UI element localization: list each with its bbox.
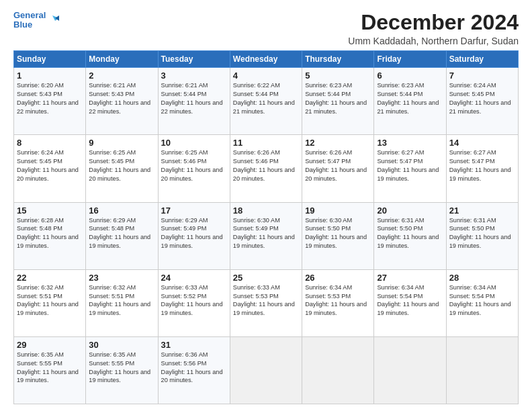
day-number: 4	[233, 71, 299, 81]
day-number: 24	[161, 273, 227, 283]
col-thursday: Thursday	[302, 51, 374, 68]
day-info: Sunrise: 6:22 AMSunset: 5:44 PMDaylight:…	[233, 81, 299, 116]
col-saturday: Saturday	[446, 51, 518, 68]
table-row: 23 Sunrise: 6:32 AMSunset: 5:51 PMDaylig…	[86, 269, 158, 336]
day-info: Sunrise: 6:35 AMSunset: 5:55 PMDaylight:…	[17, 351, 83, 385]
day-info: Sunrise: 6:32 AMSunset: 5:51 PMDaylight:…	[17, 283, 83, 318]
day-number: 13	[377, 138, 443, 148]
table-row: 7 Sunrise: 6:24 AMSunset: 5:45 PMDayligh…	[446, 68, 518, 135]
table-row: 18 Sunrise: 6:30 AMSunset: 5:49 PMDaylig…	[230, 202, 302, 269]
day-info: Sunrise: 6:32 AMSunset: 5:51 PMDaylight:…	[89, 283, 154, 318]
day-number: 27	[377, 273, 443, 283]
day-number: 19	[305, 205, 371, 216]
day-info: Sunrise: 6:31 AMSunset: 5:50 PMDaylight:…	[377, 216, 443, 251]
day-number: 11	[233, 138, 299, 148]
calendar-week-row: 15 Sunrise: 6:28 AMSunset: 5:48 PMDaylig…	[14, 202, 519, 269]
calendar-header-row: Sunday Monday Tuesday Wednesday Thursday…	[14, 51, 519, 68]
day-number: 1	[17, 71, 83, 81]
table-row: 13 Sunrise: 6:27 AMSunset: 5:47 PMDaylig…	[374, 135, 446, 202]
day-number: 18	[233, 205, 299, 216]
table-row: 25 Sunrise: 6:33 AMSunset: 5:53 PMDaylig…	[230, 269, 302, 336]
table-row: 12 Sunrise: 6:26 AMSunset: 5:47 PMDaylig…	[302, 135, 374, 202]
day-number: 15	[17, 205, 83, 216]
day-number: 17	[161, 205, 227, 216]
day-number: 28	[449, 273, 515, 283]
day-info: Sunrise: 6:26 AMSunset: 5:46 PMDaylight:…	[233, 148, 299, 183]
calendar-week-row: 8 Sunrise: 6:24 AMSunset: 5:45 PMDayligh…	[14, 135, 519, 202]
day-info: Sunrise: 6:25 AMSunset: 5:46 PMDaylight:…	[161, 148, 227, 183]
day-info: Sunrise: 6:30 AMSunset: 5:50 PMDaylight:…	[305, 216, 371, 251]
table-row: 2 Sunrise: 6:21 AMSunset: 5:43 PMDayligh…	[86, 68, 158, 135]
day-info: Sunrise: 6:27 AMSunset: 5:47 PMDaylight:…	[377, 148, 443, 183]
day-number: 21	[449, 205, 515, 216]
table-row: 27 Sunrise: 6:34 AMSunset: 5:54 PMDaylig…	[374, 269, 446, 336]
day-number: 5	[305, 71, 371, 81]
day-info: Sunrise: 6:34 AMSunset: 5:54 PMDaylight:…	[377, 283, 443, 318]
logo-blue: Blue	[13, 20, 46, 30]
day-info: Sunrise: 6:34 AMSunset: 5:54 PMDaylight:…	[449, 283, 515, 318]
day-info: Sunrise: 6:27 AMSunset: 5:47 PMDaylight:…	[449, 148, 515, 183]
table-row: 24 Sunrise: 6:33 AMSunset: 5:52 PMDaylig…	[158, 269, 230, 336]
col-tuesday: Tuesday	[158, 51, 230, 68]
main-title: December 2024	[348, 11, 519, 34]
day-number: 14	[449, 138, 515, 148]
table-row: 22 Sunrise: 6:32 AMSunset: 5:51 PMDaylig…	[14, 269, 86, 336]
table-row: 20 Sunrise: 6:31 AMSunset: 5:50 PMDaylig…	[374, 202, 446, 269]
day-number: 3	[161, 71, 227, 81]
day-info: Sunrise: 6:28 AMSunset: 5:48 PMDaylight:…	[17, 216, 83, 251]
day-info: Sunrise: 6:23 AMSunset: 5:44 PMDaylight:…	[305, 81, 371, 116]
table-row: 21 Sunrise: 6:31 AMSunset: 5:50 PMDaylig…	[446, 202, 518, 269]
table-row: 26 Sunrise: 6:34 AMSunset: 5:53 PMDaylig…	[302, 269, 374, 336]
logo-bird-icon	[47, 14, 59, 26]
col-friday: Friday	[374, 51, 446, 68]
day-info: Sunrise: 6:34 AMSunset: 5:53 PMDaylight:…	[305, 283, 371, 318]
day-number: 26	[305, 273, 371, 283]
page: General Blue December 2024 Umm Kaddadah,…	[0, 0, 532, 411]
day-number: 22	[17, 273, 83, 283]
day-info: Sunrise: 6:24 AMSunset: 5:45 PMDaylight:…	[449, 81, 515, 116]
day-info: Sunrise: 6:24 AMSunset: 5:45 PMDaylight:…	[17, 148, 83, 183]
calendar-week-row: 1 Sunrise: 6:20 AMSunset: 5:43 PMDayligh…	[14, 68, 519, 135]
table-row	[230, 336, 302, 404]
logo-mark: General Blue	[13, 11, 59, 30]
day-info: Sunrise: 6:29 AMSunset: 5:49 PMDaylight:…	[161, 216, 227, 251]
table-row: 5 Sunrise: 6:23 AMSunset: 5:44 PMDayligh…	[302, 68, 374, 135]
day-info: Sunrise: 6:33 AMSunset: 5:53 PMDaylight:…	[233, 283, 299, 318]
day-info: Sunrise: 6:33 AMSunset: 5:52 PMDaylight:…	[161, 283, 227, 318]
table-row: 10 Sunrise: 6:25 AMSunset: 5:46 PMDaylig…	[158, 135, 230, 202]
day-info: Sunrise: 6:21 AMSunset: 5:43 PMDaylight:…	[89, 81, 154, 116]
day-info: Sunrise: 6:26 AMSunset: 5:47 PMDaylight:…	[305, 148, 371, 183]
table-row: 16 Sunrise: 6:29 AMSunset: 5:48 PMDaylig…	[86, 202, 158, 269]
calendar-table: Sunday Monday Tuesday Wednesday Thursday…	[13, 50, 519, 404]
day-number: 7	[449, 71, 515, 81]
day-info: Sunrise: 6:23 AMSunset: 5:44 PMDaylight:…	[377, 81, 443, 116]
table-row	[302, 336, 374, 404]
table-row	[374, 336, 446, 404]
col-sunday: Sunday	[14, 51, 86, 68]
day-info: Sunrise: 6:30 AMSunset: 5:49 PMDaylight:…	[233, 216, 299, 251]
logo: General Blue	[13, 11, 59, 30]
table-row: 14 Sunrise: 6:27 AMSunset: 5:47 PMDaylig…	[446, 135, 518, 202]
day-number: 31	[161, 340, 227, 350]
header: General Blue December 2024 Umm Kaddadah,…	[13, 11, 519, 46]
day-number: 12	[305, 138, 371, 148]
day-info: Sunrise: 6:29 AMSunset: 5:48 PMDaylight:…	[89, 216, 154, 251]
table-row: 31 Sunrise: 6:36 AMSunset: 5:56 PMDaylig…	[158, 336, 230, 404]
table-row: 8 Sunrise: 6:24 AMSunset: 5:45 PMDayligh…	[14, 135, 86, 202]
col-wednesday: Wednesday	[230, 51, 302, 68]
table-row: 15 Sunrise: 6:28 AMSunset: 5:48 PMDaylig…	[14, 202, 86, 269]
table-row: 17 Sunrise: 6:29 AMSunset: 5:49 PMDaylig…	[158, 202, 230, 269]
day-number: 6	[377, 71, 443, 81]
table-row: 6 Sunrise: 6:23 AMSunset: 5:44 PMDayligh…	[374, 68, 446, 135]
table-row: 9 Sunrise: 6:25 AMSunset: 5:45 PMDayligh…	[86, 135, 158, 202]
day-info: Sunrise: 6:25 AMSunset: 5:45 PMDaylight:…	[89, 148, 154, 183]
calendar-week-row: 29 Sunrise: 6:35 AMSunset: 5:55 PMDaylig…	[14, 336, 519, 404]
calendar-week-row: 22 Sunrise: 6:32 AMSunset: 5:51 PMDaylig…	[14, 269, 519, 336]
day-number: 16	[89, 205, 154, 216]
col-monday: Monday	[86, 51, 158, 68]
table-row: 30 Sunrise: 6:35 AMSunset: 5:55 PMDaylig…	[86, 336, 158, 404]
table-row: 11 Sunrise: 6:26 AMSunset: 5:46 PMDaylig…	[230, 135, 302, 202]
day-number: 20	[377, 205, 443, 216]
day-info: Sunrise: 6:35 AMSunset: 5:55 PMDaylight:…	[89, 351, 154, 385]
table-row: 4 Sunrise: 6:22 AMSunset: 5:44 PMDayligh…	[230, 68, 302, 135]
